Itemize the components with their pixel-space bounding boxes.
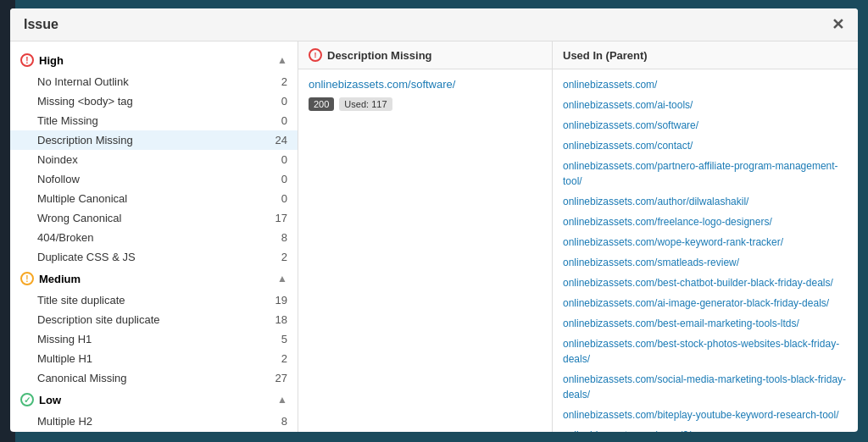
issue-name: Multiple H1 xyxy=(37,352,92,365)
issue-count: 8 xyxy=(270,415,287,428)
issue-count: 2 xyxy=(270,251,287,263)
used-in-link[interactable]: onlinebizassets.com/ai-image-generator-b… xyxy=(553,293,858,313)
issue-name: Missing H1 xyxy=(37,333,92,345)
issue-404-broken[interactable]: 404/Broken 8 xyxy=(10,228,298,247)
badges-row: 200 Used: 117 xyxy=(309,97,542,111)
right-panel-content: onlinebizassets.com/software/ 200 Used: … xyxy=(298,69,858,432)
issue-canonical-missing[interactable]: Canonical Missing 27 xyxy=(10,368,298,388)
issue-modal: Issue ✕ ! High ▲ No Internal Outlink 2 xyxy=(10,8,858,432)
issue-name: No Internal Outlink xyxy=(37,75,129,88)
section-header-high-left: ! High xyxy=(20,53,64,67)
used-in-link[interactable]: onlinebizassets.com/contact/ xyxy=(553,135,858,156)
issue-name: Duplicate CSS & JS xyxy=(37,251,136,263)
description-col-label: Description Missing xyxy=(327,49,432,62)
used-in-link[interactable]: onlinebizassets.com/ai-tools/ xyxy=(553,95,858,115)
issue-count: 2 xyxy=(270,352,287,365)
issue-count: 5 xyxy=(270,333,287,345)
issue-description-missing[interactable]: Description Missing 24 xyxy=(10,130,298,150)
used-in-link[interactable]: onlinebizassets.com/ xyxy=(553,75,858,95)
used-in-links-section: onlinebizassets.com/ onlinebizassets.com… xyxy=(553,69,858,432)
issue-name: Description site duplicate xyxy=(37,313,160,326)
issue-wrong-canonical[interactable]: Wrong Canonical 17 xyxy=(10,208,298,228)
close-button[interactable]: ✕ xyxy=(832,17,844,32)
issue-name: Title Missing xyxy=(37,114,98,127)
high-icon: ! xyxy=(20,53,34,67)
issue-count: 18 xyxy=(270,313,287,326)
issue-title-missing[interactable]: Title Missing 0 xyxy=(10,111,298,130)
used-in-link[interactable]: onlinebizassets.com/social-media-marketi… xyxy=(553,369,858,405)
issue-multiple-h1[interactable]: Multiple H1 2 xyxy=(10,349,298,368)
used-in-link[interactable]: onlinebizassets.com/best-stock-photos-we… xyxy=(553,334,858,369)
modal-title: Issue xyxy=(24,17,58,32)
right-panel: ! Description Missing Used In (Parent) o… xyxy=(298,41,858,432)
medium-label: Medium xyxy=(39,273,81,285)
used-in-link[interactable]: onlinebizassets.com/author/dilwalashakil… xyxy=(553,191,858,212)
modal-header: Issue ✕ xyxy=(10,8,858,41)
used-in-link[interactable]: onlinebizassets.com/freelance-logo-desig… xyxy=(553,212,858,232)
issue-name: Noindex xyxy=(37,153,78,166)
medium-chevron: ▲ xyxy=(277,273,287,285)
section-header-medium-left: ! Medium xyxy=(20,272,81,285)
issue-count: 0 xyxy=(270,153,287,166)
description-missing-icon: ! xyxy=(309,48,322,62)
used-in-col-header: Used In (Parent) xyxy=(553,41,858,69)
used-in-col-label: Used In (Parent) xyxy=(563,49,648,62)
issue-count: 0 xyxy=(270,173,287,185)
issue-description-site-duplicate[interactable]: Description site duplicate 18 xyxy=(10,310,298,329)
issue-count: 0 xyxy=(270,95,287,108)
issue-name: Wrong Canonical xyxy=(37,212,121,224)
low-label: Low xyxy=(39,394,61,406)
modal-body: ! High ▲ No Internal Outlink 2 Missing <… xyxy=(10,41,858,432)
section-header-low[interactable]: ✓ Low ▲ xyxy=(10,388,298,412)
issue-duplicate-css-js[interactable]: Duplicate CSS & JS 2 xyxy=(10,247,298,267)
issue-title-site-duplicate[interactable]: Title site duplicate 19 xyxy=(10,290,298,310)
issue-noindex[interactable]: Noindex 0 xyxy=(10,150,298,169)
low-icon: ✓ xyxy=(20,393,34,406)
used-in-link[interactable]: onlinebizassets.com/best-chatbot-builder… xyxy=(553,273,858,293)
issue-name: 404/Broken xyxy=(37,231,94,244)
issue-missing-body-tag[interactable]: Missing <body> tag 0 xyxy=(10,91,298,111)
issues-left-panel: ! High ▲ No Internal Outlink 2 Missing <… xyxy=(10,41,298,432)
used-count-badge: Used: 117 xyxy=(339,97,392,111)
used-in-link[interactable]: onlinebizassets.com/wope-keyword-rank-tr… xyxy=(553,232,858,252)
issue-multiple-h2[interactable]: Multiple H2 8 xyxy=(10,412,298,431)
issue-count: 2 xyxy=(270,75,287,88)
high-chevron: ▲ xyxy=(277,54,287,66)
right-panel-header: ! Description Missing Used In (Parent) xyxy=(298,41,858,69)
low-chevron: ▲ xyxy=(277,394,287,406)
issue-count: 8 xyxy=(270,231,287,244)
status-badge-200: 200 xyxy=(309,97,334,111)
issue-name: Description Missing xyxy=(37,134,133,146)
used-in-link[interactable]: onlinebizassets.com/partnero-affiliate-p… xyxy=(553,156,858,191)
issue-count: 24 xyxy=(270,134,287,146)
high-label: High xyxy=(39,54,64,67)
main-url-link[interactable]: onlinebizassets.com/software/ xyxy=(309,78,542,91)
issue-count: 0 xyxy=(270,114,287,127)
used-in-link[interactable]: onlinebizassets.com/biteplay-youtube-key… xyxy=(553,405,858,425)
description-col-header: ! Description Missing xyxy=(298,41,553,69)
issue-name: Multiple Canonical xyxy=(37,192,127,205)
used-in-link[interactable]: onlinebizassets.com/page/2/ xyxy=(553,425,858,432)
issue-count: 19 xyxy=(270,294,287,307)
issue-name: Canonical Missing xyxy=(37,372,127,384)
issue-no-internal-outlink[interactable]: No Internal Outlink 2 xyxy=(10,72,298,91)
modal-overlay: Issue ✕ ! High ▲ No Internal Outlink 2 xyxy=(0,0,868,442)
section-header-low-left: ✓ Low xyxy=(20,393,61,406)
section-header-high[interactable]: ! High ▲ xyxy=(10,48,298,72)
issue-name: Missing <body> tag xyxy=(37,95,133,108)
issue-multiple-canonical[interactable]: Multiple Canonical 0 xyxy=(10,189,298,208)
issue-missing-h1[interactable]: Missing H1 5 xyxy=(10,329,298,349)
issue-count: 27 xyxy=(270,372,287,384)
issue-name: Multiple H2 xyxy=(37,415,92,428)
used-in-link[interactable]: onlinebizassets.com/software/ xyxy=(553,115,858,135)
issue-nofollow[interactable]: Nofollow 0 xyxy=(10,169,298,189)
description-section: onlinebizassets.com/software/ 200 Used: … xyxy=(298,69,553,432)
issue-name: Nofollow xyxy=(37,173,80,185)
used-in-link[interactable]: onlinebizassets.com/smatleads-review/ xyxy=(553,252,858,273)
used-in-link[interactable]: onlinebizassets.com/best-email-marketing… xyxy=(553,313,858,334)
issue-count: 0 xyxy=(270,192,287,205)
issue-count: 17 xyxy=(270,212,287,224)
medium-icon: ! xyxy=(20,272,34,285)
issue-name: Title site duplicate xyxy=(37,294,125,307)
section-header-medium[interactable]: ! Medium ▲ xyxy=(10,267,298,290)
